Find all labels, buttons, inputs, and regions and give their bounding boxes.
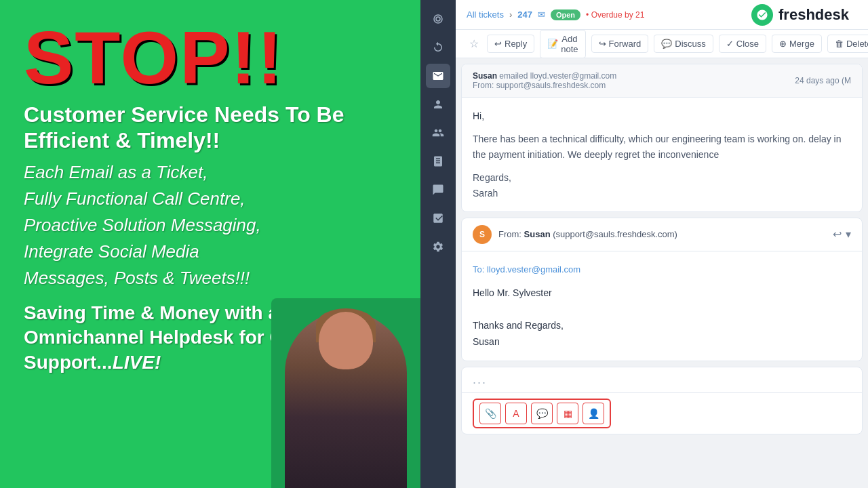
toolbar: ☆ ↩ Reply 📝 Add note ↪ Forward 💬 Discuss… (456, 30, 868, 58)
discuss-icon: 💬 (661, 39, 672, 49)
close-icon: ✓ (726, 39, 734, 49)
sidebar-icon-refresh[interactable] (426, 35, 450, 60)
breadcrumb-all-tickets[interactable]: All tickets (467, 9, 504, 20)
first-email-thread: Susan emailed lloyd.vester@gmail.com Fro… (461, 64, 863, 212)
sidebar-icon-reports[interactable] (426, 206, 450, 230)
stop-heading: STOP!! (24, 20, 397, 95)
main-content: All tickets › 247 ✉ Open • Overdue by 21… (456, 0, 868, 488)
add-note-button[interactable]: 📝 Add note (540, 30, 585, 58)
second-email-greeting: Hello Mr. Sylvester (473, 285, 851, 302)
logo-icon (751, 4, 773, 26)
sidebar-icon-audio[interactable] (426, 7, 450, 31)
reply-icon: ↩ (494, 39, 502, 49)
sidebar-icon-settings[interactable] (426, 235, 450, 259)
reply-controls: ↩ ▾ (833, 228, 851, 241)
email-greeting: Hi, (473, 108, 851, 123)
star-button[interactable]: ☆ (467, 37, 481, 50)
person-head (319, 312, 373, 369)
compose-emoji-button[interactable]: 💬 (531, 403, 553, 424)
sidebar-icon-contacts[interactable] (426, 92, 450, 117)
merge-icon: ⊕ (779, 39, 787, 49)
logo-area: freshdesk (743, 1, 857, 28)
top-bar: All tickets › 247 ✉ Open • Overdue by 21… (456, 0, 868, 30)
note-icon: 📝 (547, 39, 558, 49)
delete-button[interactable]: 🗑 Delete (827, 35, 868, 53)
compose-template-button[interactable]: ▦ (557, 403, 578, 424)
sidebar-icon-groups[interactable] (426, 121, 450, 145)
overdue-text: • Overdue by 21 (586, 10, 644, 20)
forward-icon: ↪ (599, 39, 606, 49)
person-silhouette (285, 312, 407, 488)
second-email-from: From: Susan (support@sauls.freshdesk.com… (498, 229, 677, 239)
sidebar-icon-knowledge[interactable] (426, 149, 450, 174)
sidebar-icon-tickets[interactable] (426, 64, 450, 88)
first-email-body: Hi, There has been a technical difficult… (462, 98, 862, 211)
second-email-signoff: Thanks and Regards, Susan (473, 318, 851, 350)
second-email-header: S From: Susan (support@sauls.freshdesk.c… (462, 218, 862, 251)
reply-button[interactable]: ↩ Reply (487, 35, 534, 53)
sidebar-icon-chat[interactable] (426, 178, 450, 202)
left-panel: STOP!! Customer Service Needs To Be Effi… (0, 0, 420, 488)
reply-arrow-icon[interactable]: ↩ (833, 228, 842, 241)
compose-format-button[interactable]: A (505, 403, 527, 424)
avatar: S (473, 225, 492, 244)
compose-attach-button[interactable]: 📎 (479, 403, 501, 424)
to-line: To: lloyd.vester@gmail.com (473, 262, 851, 277)
from-line: From: support@sauls.freshdesk.com (473, 81, 616, 90)
merge-button[interactable]: ⊕ Merge (772, 35, 822, 53)
delete-icon: 🗑 (835, 39, 844, 49)
logo-text: freshdesk (778, 6, 849, 24)
reply-compose: ... 📎 A 💬 ▦ 👤 (461, 367, 863, 434)
compose-dots: ... (462, 367, 862, 392)
ticket-content: Susan emailed lloyd.vester@gmail.com Fro… (456, 58, 868, 488)
first-email-header: Susan emailed lloyd.vester@gmail.com Fro… (462, 64, 862, 98)
breadcrumb: All tickets › 247 ✉ Open • Overdue by 21 (467, 9, 644, 20)
compose-signature-button[interactable]: 👤 (583, 403, 604, 424)
features-text: Each Email as a Ticket, Fully Functional… (24, 159, 397, 291)
breadcrumb-separator: › (509, 9, 512, 20)
email-timestamp: 24 days ago (M (795, 76, 851, 85)
email-regards: Regards, Sarah (473, 170, 851, 201)
compose-toolbar-area: 📎 A 💬 ▦ 👤 (473, 399, 611, 428)
first-email-meta: Susan emailed lloyd.vester@gmail.com Fro… (473, 71, 616, 90)
person-image (271, 298, 420, 488)
email-message: There has been a technical difficulty, w… (473, 131, 851, 162)
sidebar (420, 0, 456, 488)
email-action: emailed (499, 71, 530, 81)
compose-toolbar: 📎 A 💬 ▦ 👤 (462, 392, 862, 434)
close-button[interactable]: ✓ Close (719, 35, 766, 53)
dropdown-icon[interactable]: ▾ (846, 228, 851, 241)
discuss-button[interactable]: 💬 Discuss (654, 35, 713, 53)
forward-button[interactable]: ↪ Forward (591, 35, 649, 53)
breadcrumb-icon: ✉ (538, 9, 545, 20)
second-email-body: To: lloyd.vester@gmail.com Hello Mr. Syl… (462, 251, 862, 361)
breadcrumb-ticket-number: 247 (517, 9, 532, 20)
second-email-thread: S From: Susan (support@sauls.freshdesk.c… (461, 218, 863, 361)
headline-text: Customer Service Needs To Be Efficient &… (24, 102, 397, 154)
status-badge: Open (551, 9, 580, 20)
